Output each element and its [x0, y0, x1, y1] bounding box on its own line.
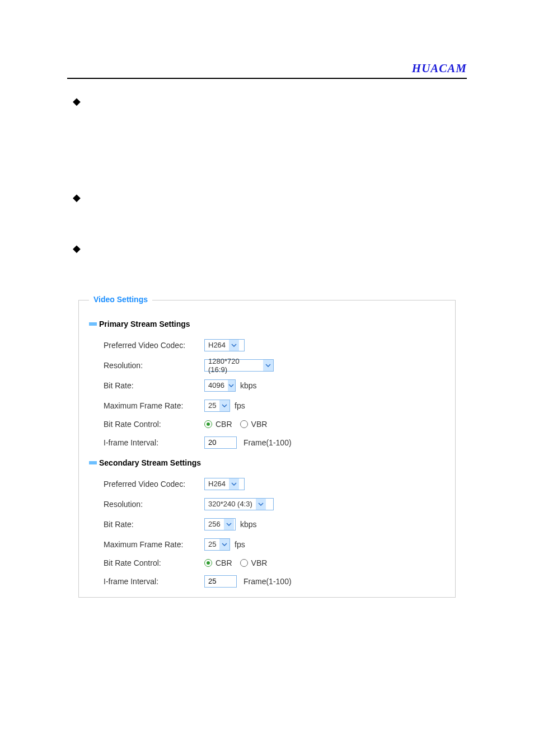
- secondary-bitrate-row: Bit Rate: 256 kbps: [89, 514, 445, 534]
- secondary-fps-select[interactable]: 25: [204, 538, 230, 551]
- secondary-bitrate-value: 256: [205, 520, 224, 528]
- primary-brc-row: Bit Rate Control: CBR VBR: [89, 416, 445, 433]
- primary-codec-select[interactable]: H264: [204, 339, 245, 351]
- secondary-resolution-select[interactable]: 320*240 (4:3): [204, 498, 274, 510]
- bullet-item: ◆: [73, 192, 461, 204]
- primary-codec-value: H264: [205, 341, 229, 349]
- primary-cbr-radio[interactable]: [204, 420, 212, 428]
- bullet-item: ◆: [73, 96, 461, 108]
- primary-fps-value: 25: [205, 401, 219, 410]
- secondary-resolution-label: Resolution:: [104, 500, 204, 509]
- primary-bitrate-select[interactable]: 4096: [204, 379, 236, 392]
- primary-bitrate-row: Bit Rate: 4096 kbps: [89, 375, 445, 396]
- secondary-codec-row: Preferred Video Codec: H264: [89, 474, 445, 494]
- secondary-fps-label: Maximum Frame Rate:: [104, 540, 204, 549]
- secondary-iframe-input[interactable]: [204, 575, 237, 588]
- secondary-fps-unit: fps: [235, 540, 245, 549]
- secondary-fps-row: Maximum Frame Rate: 25 fps: [89, 534, 445, 555]
- primary-codec-label: Preferred Video Codec:: [104, 341, 204, 350]
- primary-iframe-input[interactable]: [204, 436, 237, 449]
- primary-resolution-row: Resolution: 1280*720 (16:9): [89, 355, 445, 375]
- primary-fps-row: Maximum Frame Rate: 25 fps: [89, 396, 445, 416]
- bullet-item: ◆: [73, 243, 461, 255]
- chevron-down-icon: [219, 400, 229, 411]
- secondary-section-title: Secondary Stream Settings: [99, 458, 201, 467]
- secondary-brc-label: Bit Rate Control:: [104, 558, 204, 567]
- primary-bitrate-unit: kbps: [240, 381, 257, 390]
- primary-section-title: Primary Stream Settings: [99, 320, 190, 328]
- primary-iframe-row: I-frame Interval: Frame(1-100): [89, 433, 445, 453]
- primary-resolution-select[interactable]: 1280*720 (16:9): [204, 359, 274, 372]
- primary-brc-label: Bit Rate Control:: [104, 420, 204, 429]
- primary-resolution-label: Resolution:: [104, 361, 204, 370]
- secondary-codec-value: H264: [205, 480, 229, 488]
- secondary-vbr-label: VBR: [251, 558, 268, 567]
- secondary-iframe-suffix: Frame(1-100): [243, 577, 292, 586]
- primary-iframe-suffix: Frame(1-100): [243, 438, 292, 447]
- secondary-bitrate-unit: kbps: [240, 520, 257, 529]
- primary-codec-row: Preferred Video Codec: H264: [89, 335, 445, 355]
- primary-vbr-label: VBR: [251, 420, 268, 429]
- fieldset-legend: Video Settings: [89, 295, 152, 304]
- primary-cbr-label: CBR: [216, 420, 232, 429]
- chevron-down-icon: [229, 478, 239, 490]
- primary-bitrate-value: 4096: [205, 381, 228, 389]
- primary-vbr-radio[interactable]: [240, 420, 248, 428]
- collapse-icon[interactable]: [89, 461, 97, 464]
- primary-resolution-value: 1280*720 (16:9): [205, 357, 263, 374]
- secondary-codec-label: Preferred Video Codec:: [104, 480, 204, 489]
- secondary-fps-value: 25: [205, 540, 219, 548]
- secondary-section-header[interactable]: Secondary Stream Settings: [89, 458, 445, 467]
- chevron-down-icon: [228, 380, 235, 391]
- primary-bitrate-label: Bit Rate:: [104, 381, 204, 390]
- page-header: HUACAM: [67, 62, 467, 79]
- secondary-vbr-radio[interactable]: [240, 559, 248, 567]
- chevron-down-icon: [229, 340, 239, 351]
- chevron-down-icon: [224, 519, 234, 530]
- brand-title: HUACAM: [67, 62, 467, 76]
- collapse-icon[interactable]: [89, 322, 97, 326]
- secondary-bitrate-select[interactable]: 256: [204, 518, 236, 530]
- secondary-iframe-label: I-frame Interval:: [104, 577, 204, 586]
- chevron-down-icon: [256, 499, 266, 510]
- primary-fps-unit: fps: [235, 401, 245, 410]
- chevron-down-icon: [263, 360, 273, 371]
- video-settings-fieldset: Video Settings Primary Stream Settings P…: [78, 300, 456, 598]
- secondary-cbr-radio[interactable]: [204, 559, 212, 567]
- secondary-resolution-row: Resolution: 320*240 (4:3): [89, 494, 445, 514]
- primary-fps-select[interactable]: 25: [204, 400, 230, 412]
- secondary-cbr-label: CBR: [216, 558, 232, 567]
- secondary-iframe-row: I-frame Interval: Frame(1-100): [89, 571, 445, 591]
- secondary-resolution-value: 320*240 (4:3): [205, 500, 256, 508]
- chevron-down-icon: [219, 539, 229, 550]
- primary-fps-label: Maximum Frame Rate:: [104, 401, 204, 410]
- primary-iframe-label: I-frame Interval:: [104, 438, 204, 447]
- secondary-bitrate-label: Bit Rate:: [104, 520, 204, 529]
- primary-section-header[interactable]: Primary Stream Settings: [89, 320, 445, 328]
- secondary-codec-select[interactable]: H264: [204, 478, 245, 490]
- bullet-list: ◆ ◆ ◆: [73, 96, 461, 255]
- secondary-brc-row: Bit Rate Control: CBR VBR: [89, 555, 445, 571]
